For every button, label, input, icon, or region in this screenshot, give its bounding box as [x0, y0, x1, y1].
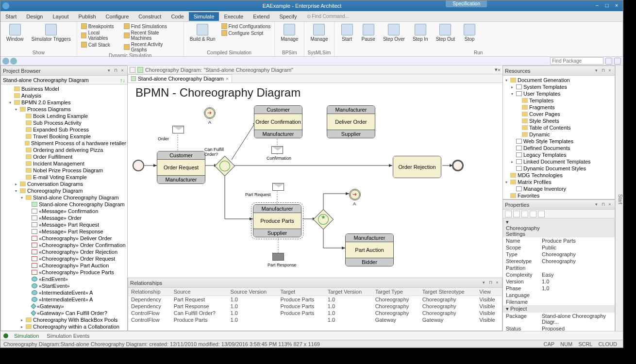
- tree-node[interactable]: Shipment Process of a hardware retailer: [2, 140, 126, 147]
- tree-node[interactable]: ▸Choreography with Pools containing Acti…: [2, 330, 126, 331]
- diagram-tab[interactable]: Stand-alone Choreography Diagram ×: [128, 74, 232, 83]
- link-icon[interactable]: [130, 67, 135, 73]
- tree-node[interactable]: Incident Management: [2, 160, 126, 167]
- prop-row[interactable]: NameProduce Parts: [503, 237, 615, 244]
- prop-row[interactable]: PackageStand-alone Choreography Diagr...: [503, 313, 615, 325]
- relationships-table[interactable]: RelationshipSourceSource VersionTargetTa…: [128, 288, 502, 323]
- task-order-rejection[interactable]: Order Rejection: [393, 156, 441, 178]
- ribbon-item[interactable]: Recent State Machines: [123, 30, 181, 41]
- rel-row[interactable]: DependencyPart Request1.0Produce Parts1.…: [128, 296, 502, 303]
- rel-col[interactable]: View: [476, 288, 502, 296]
- tree-node[interactable]: Ordering and delivering Pizza: [2, 147, 126, 153]
- manage-bpsim-button[interactable]: Manage: [278, 23, 301, 43]
- rel-col[interactable]: Source Version: [228, 288, 278, 296]
- tree-node[interactable]: Manage Inventory: [504, 185, 614, 192]
- tree-node[interactable]: Table of Contents: [504, 124, 614, 131]
- tree-node[interactable]: Templates: [504, 97, 614, 104]
- res-menu-icon[interactable]: ▾: [593, 68, 599, 74]
- prop-tool-2[interactable]: [513, 211, 520, 217]
- manage-sysml-button[interactable]: Manage: [307, 23, 331, 43]
- tree-node[interactable]: «IntermediateEvent» A: [2, 289, 126, 296]
- gateway-can-fulfill[interactable]: [215, 156, 235, 176]
- qat-back[interactable]: [2, 58, 9, 65]
- menu-publish[interactable]: Publish: [74, 12, 101, 21]
- prop-pin-icon[interactable]: ⊓: [600, 202, 606, 208]
- tree-node[interactable]: «StartEvent»: [2, 282, 126, 289]
- message-order[interactable]: [172, 126, 184, 133]
- menu-code[interactable]: Code: [166, 12, 188, 21]
- ribbon-item[interactable]: Find Simulations: [123, 23, 181, 30]
- browser-root[interactable]: Stand-alone Choreography Diagram: [3, 77, 89, 83]
- close-button[interactable]: ×: [612, 2, 621, 9]
- prop-row[interactable]: ScopePublic: [503, 244, 615, 251]
- rel-row[interactable]: DependencyPart Response1.0Produce Parts1…: [128, 303, 502, 310]
- prop-close-icon[interactable]: ×: [607, 202, 613, 208]
- ribbon-item[interactable]: Breakpoints: [80, 23, 121, 30]
- menu-extend[interactable]: Extend: [248, 12, 274, 21]
- tree-node[interactable]: Sub Process Activity: [2, 119, 126, 126]
- tree-node[interactable]: «IntermediateEvent» A: [2, 296, 126, 303]
- prop-row[interactable]: Version1.0: [503, 278, 615, 285]
- tree-node[interactable]: Dynamic: [504, 131, 614, 138]
- tree-node[interactable]: MDG Technologies: [504, 172, 614, 179]
- prop-row[interactable]: StereotypeChoreography: [503, 258, 615, 265]
- tree-node[interactable]: Nobel Prize Process Diagram: [2, 167, 126, 174]
- run-step-over[interactable]: Step Over: [380, 23, 408, 43]
- tree-node[interactable]: «Gateway»: [2, 303, 126, 310]
- tree-node[interactable]: Fragments: [504, 104, 614, 111]
- tree-node[interactable]: Analysis: [2, 92, 126, 99]
- tree-node[interactable]: Dynamic Document Styles: [504, 165, 614, 172]
- rel-col[interactable]: Target Version: [325, 288, 372, 296]
- tree-node[interactable]: Legacy Templates: [504, 151, 614, 158]
- search-icon[interactable]: [605, 58, 612, 65]
- tree-node[interactable]: «Choreography» Part Auction: [2, 262, 126, 269]
- tree-node[interactable]: «Gateway» Can Fulfill Order?: [2, 310, 126, 316]
- prop-row[interactable]: TypeChoreography: [503, 251, 615, 258]
- menu-specify[interactable]: Specify: [274, 12, 301, 21]
- tree-node[interactable]: Favorites: [504, 192, 614, 199]
- rel-col[interactable]: Target: [278, 288, 325, 296]
- prop-section[interactable]: ▾ Choreography Settings: [503, 218, 615, 237]
- spec-tab[interactable]: Specification: [446, 0, 487, 7]
- tree-node[interactable]: ▸Conversation Diagrams: [2, 181, 126, 187]
- tree-node[interactable]: E-mail Voting Example: [2, 174, 126, 181]
- prop-row[interactable]: Phase1.0: [503, 285, 615, 292]
- run-pause[interactable]: Pause: [359, 23, 378, 43]
- message-confirmation[interactable]: [271, 146, 283, 154]
- run-step-in[interactable]: Step In: [410, 23, 431, 43]
- tree-node[interactable]: ▸Choreography within a Collaboration: [2, 323, 126, 330]
- tab-simulation[interactable]: Simulation: [12, 332, 41, 339]
- prop-tool-5[interactable]: [538, 211, 545, 217]
- start-event[interactable]: [133, 160, 144, 171]
- browser-down-icon[interactable]: ↓: [123, 77, 126, 83]
- rel-row[interactable]: ControlFlowCan Fulfill Order?1.0Produce …: [128, 310, 502, 316]
- menu-configure[interactable]: Configure: [101, 12, 134, 21]
- tree-node[interactable]: ▾Stand-alone Choreography Diagram: [2, 194, 126, 201]
- intermediate-a-1[interactable]: ➜: [204, 107, 216, 119]
- prop-section[interactable]: ▾ Project: [503, 305, 615, 313]
- menu-construct[interactable]: Construct: [134, 12, 166, 21]
- tree-node[interactable]: Stand-alone Choreography Diagram: [2, 201, 126, 208]
- tab-simulation-events[interactable]: Simulation Events: [45, 332, 91, 339]
- tree-node[interactable]: ▾User Templates: [504, 90, 614, 97]
- tree-node[interactable]: «Choreography» Order Confirmation: [2, 242, 126, 248]
- maximize-button[interactable]: □: [603, 2, 611, 9]
- window-button[interactable]: Window: [3, 23, 27, 43]
- tree-node[interactable]: Business Model: [2, 85, 126, 92]
- menu-icon[interactable]: [614, 58, 621, 65]
- task-produce-parts[interactable]: Manufacturer Produce Parts Supplier: [253, 204, 301, 237]
- menu-simulate[interactable]: Simulate: [189, 12, 219, 21]
- tree-node[interactable]: Order Fulfillment: [2, 153, 126, 160]
- tree-node[interactable]: Web Style Templates: [504, 138, 614, 145]
- tree-node[interactable]: «Message» Order: [2, 215, 126, 221]
- browser-close-icon[interactable]: ×: [119, 68, 125, 74]
- rel-col[interactable]: Target Stereotype: [419, 288, 477, 296]
- rel-col[interactable]: Source: [171, 288, 228, 296]
- tree-node[interactable]: «Message» Part Response: [2, 228, 126, 235]
- rel-close-icon[interactable]: ×: [494, 280, 500, 286]
- rel-col[interactable]: Target Type: [372, 288, 419, 296]
- tree-node[interactable]: ▾Process Diagrams: [2, 106, 126, 113]
- run-step-out[interactable]: Step Out: [433, 23, 458, 43]
- menu-execute[interactable]: Execute: [219, 12, 248, 21]
- task-part-auction[interactable]: Manufacturer Part Auction Bidder: [345, 233, 394, 266]
